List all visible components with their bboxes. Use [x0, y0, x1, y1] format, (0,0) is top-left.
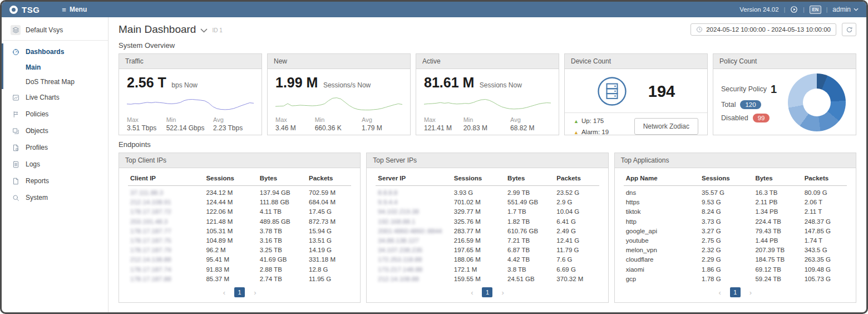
row-value-cell: 3.16 TB	[258, 236, 307, 245]
policy-total-badge: 120	[740, 100, 761, 109]
sidebar-item-live-charts[interactable]: Live Charts	[2, 89, 108, 106]
traffic-min: 522.14 Gbps	[166, 124, 213, 132]
sidebar-item-objects[interactable]: Objects	[2, 122, 108, 139]
row-value-cell: 12.8 G	[307, 264, 351, 274]
column-header: Packets	[307, 170, 351, 186]
table-row: 203.191.48.3121.48 M489.85 GB872.73 M	[128, 217, 351, 226]
pagination-next[interactable]: ›	[749, 289, 752, 296]
pagination-page-1[interactable]: 1	[234, 287, 245, 297]
pagination-page-1[interactable]: 1	[730, 287, 741, 297]
row-value-cell: 11.95 G	[307, 274, 351, 283]
sidebar: Default VsysDashboardsMainDoS Threat Map…	[2, 17, 108, 312]
row-value-cell: 610.76 GB	[505, 226, 554, 236]
row-value-cell: 224.4 TB	[753, 217, 802, 226]
sidebar-item-dashboards[interactable]: Dashboards	[2, 43, 108, 60]
pagination-page-1[interactable]: 1	[482, 287, 492, 297]
row-key-cell: 173.217.148.88	[376, 264, 451, 274]
policy-count-card-title: Policy Count	[713, 54, 856, 69]
sidebar-item-label: DoS Threat Map	[26, 78, 75, 86]
sidebar-item-dos-threat-map[interactable]: DoS Threat Map	[2, 75, 108, 89]
row-value-cell: 2.49 G	[554, 226, 599, 236]
new-sessions-sparkline	[275, 92, 402, 114]
active-sessions-card: Active 81.61 M Sessions Now Max121.41 M …	[416, 53, 559, 135]
pagination: ‹1›	[367, 287, 608, 297]
row-key-cell: 178.17.187.74	[128, 264, 204, 274]
table-row: 212.14.108.88159.55 M24.51 GB370.32 M	[376, 274, 599, 283]
device-count-card-title: Device Count	[565, 54, 707, 69]
devices-alarm-row: ▲Alarm: 19	[574, 129, 609, 135]
refresh-icon	[846, 26, 853, 33]
devices-up-row: ▲Up: 175	[574, 117, 609, 124]
sidebar-item-system[interactable]: System	[2, 189, 108, 206]
sidebar-item-dashboard-main[interactable]: Main	[2, 60, 108, 75]
sidebar-item-policies[interactable]: Policies	[2, 106, 108, 122]
table-row: 172.253.118.88188.06 M4.42 TB7.6 G	[376, 255, 599, 264]
row-value-cell: 2.11 PB	[753, 198, 802, 207]
sidebar-item-reports[interactable]: Reports	[2, 173, 108, 189]
policy-count-card: Policy Count Security Policy 1 Total 120	[713, 53, 856, 135]
table-title: Top Server IPs	[367, 153, 608, 168]
row-key-cell: 212.14.108.91	[128, 198, 204, 207]
date-range-picker[interactable]: 2024-05-12 10:00:00 - 2024-05-13 10:00:0…	[691, 23, 836, 36]
sidebar-item-logs[interactable]: Logs	[2, 156, 108, 173]
table-row: 192.168.88.1325.76 M1.82 TB6.41 G	[376, 217, 599, 226]
row-value-cell: 188.06 M	[452, 255, 505, 264]
row-value-cell: 1.7 TB	[505, 207, 554, 217]
pagination-prev[interactable]: ‹	[471, 289, 473, 296]
menu-button[interactable]: ≡ Menu	[62, 6, 87, 13]
column-header: Packets	[802, 170, 847, 186]
pagination-next[interactable]: ›	[501, 289, 504, 296]
column-header: Client IP	[128, 170, 204, 186]
language-badge[interactable]: EN	[810, 6, 821, 14]
row-value-cell: 1.44 PB	[753, 236, 802, 245]
max-label: Max	[424, 116, 463, 123]
row-value-cell: 2.99 TB	[505, 186, 554, 198]
column-header: Sessions	[204, 170, 257, 186]
table-row: 94.102.219.38329.77 M1.7 TB10.04 G	[376, 207, 599, 217]
row-key-cell: 34.88.138.127	[376, 236, 451, 245]
row-value-cell: 105.31 M	[204, 226, 257, 236]
pagination-prev[interactable]: ‹	[718, 289, 721, 296]
policy-total-label: Total	[721, 101, 736, 109]
row-value-cell: 872.73 M	[307, 217, 351, 226]
row-value-cell: 14.19 G	[307, 246, 351, 255]
table-row: 178.17.187.77105.31 M3.78 TB15.94 G	[128, 226, 351, 236]
table-row: 34.88.138.127216.59 M7.21 TB12.41 G	[376, 236, 599, 245]
row-value-cell: 59.24 TB	[753, 274, 802, 283]
row-value-cell: 16.3 TB	[753, 186, 802, 198]
user-menu[interactable]: admin	[832, 6, 859, 13]
table-row: 2001:4860:4860::8844283.77 M610.76 GB2.4…	[376, 226, 599, 236]
table-card-top-client-ips: Top Client IPsClient IPSessionsBytesPack…	[119, 153, 361, 303]
max-label: Max	[127, 116, 166, 123]
sidebar-item-profiles[interactable]: Profiles	[2, 139, 108, 156]
network-zodiac-button[interactable]: Network Zodiac	[634, 118, 698, 135]
new-sessions-card-title: New	[268, 54, 410, 69]
sidebar-item-label: Dashboards	[26, 48, 64, 56]
row-value-cell: 3.93 G	[452, 186, 505, 198]
section-endpoints: Endpoints	[119, 140, 856, 149]
table-row: 178.17.187.8885.37 M2.74 TB11.95 G	[128, 274, 351, 283]
new-sessions-avg: 1.79 M	[362, 124, 402, 132]
row-key-cell: 172.253.118.88	[376, 255, 451, 264]
row-value-cell: 96.2 M	[204, 246, 257, 255]
row-value-cell: 1.86 G	[699, 264, 753, 274]
active-sessions-unit: Sessions Now	[480, 81, 522, 89]
separator: |	[803, 7, 805, 13]
active-sessions-max: 121.41 M	[424, 124, 463, 132]
help-circle-icon[interactable]	[790, 6, 798, 13]
refresh-button[interactable]	[842, 23, 856, 36]
row-value-cell: 91.83 M	[204, 264, 257, 274]
table-row: youtube2.75 G1.44 PB1.74 T	[624, 236, 847, 245]
pagination-next[interactable]: ›	[254, 289, 256, 296]
row-value-cell: 283.77 M	[452, 226, 505, 236]
dashboard-selector-chevron-icon[interactable]	[200, 27, 208, 33]
sidebar-item-default-vsys[interactable]: Default Vsys	[2, 22, 108, 41]
data-table: Server IPSessionsBytesPackets8.8.8.83.93…	[376, 170, 599, 283]
row-value-cell: 684.04 M	[307, 198, 351, 207]
policy-disabled-badge: 99	[753, 114, 770, 122]
row-value-cell: 701.02 M	[452, 198, 505, 207]
pagination-prev[interactable]: ‹	[223, 289, 225, 296]
squares-icon	[11, 126, 21, 136]
avg-label: Avg	[510, 116, 551, 123]
sidebar-item-label: Live Charts	[26, 94, 60, 101]
